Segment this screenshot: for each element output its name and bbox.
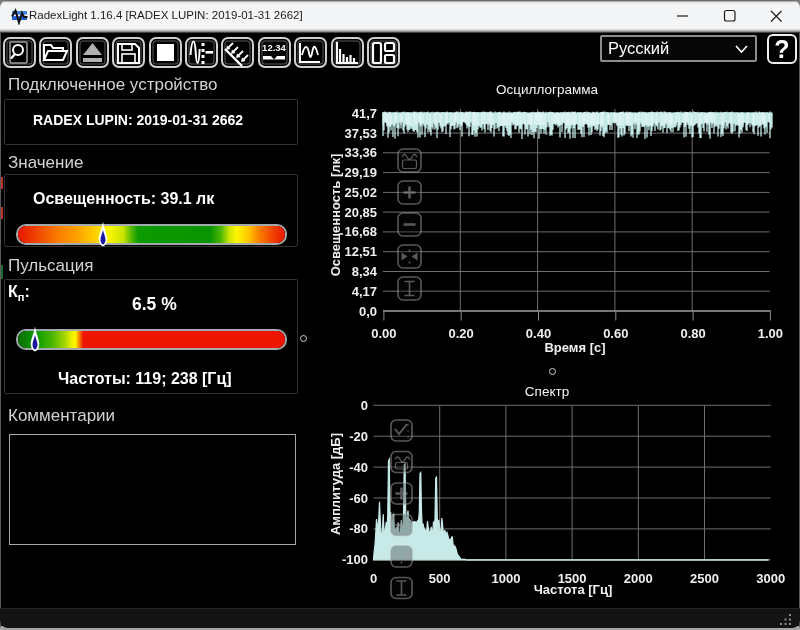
svg-text:2500: 2500 bbox=[690, 571, 719, 586]
svg-text:12.34: 12.34 bbox=[262, 42, 286, 53]
svg-text:20,85: 20,85 bbox=[344, 205, 377, 220]
svg-text:1000: 1000 bbox=[491, 571, 520, 586]
svg-text:37,53: 37,53 bbox=[344, 126, 377, 141]
svg-text:Освещенность [лк]: Освещенность [лк] bbox=[328, 154, 343, 277]
svg-text:Время [с]: Время [с] bbox=[544, 340, 605, 355]
svg-text:3000: 3000 bbox=[756, 571, 785, 586]
svg-text:16,68: 16,68 bbox=[344, 224, 377, 239]
svg-text:0.40: 0.40 bbox=[526, 326, 551, 341]
svg-text:29,19: 29,19 bbox=[344, 165, 377, 180]
svg-text:0,0: 0,0 bbox=[359, 304, 377, 319]
svg-text:1.00: 1.00 bbox=[758, 326, 783, 341]
svg-text:33,36: 33,36 bbox=[344, 145, 377, 160]
svg-text:-80: -80 bbox=[349, 521, 368, 536]
svg-text:Амплитуда [дБ]: Амплитуда [дБ] bbox=[328, 433, 343, 535]
svg-text:2000: 2000 bbox=[624, 571, 653, 586]
svg-text:500: 500 bbox=[429, 571, 451, 586]
svg-text:0.20: 0.20 bbox=[449, 326, 474, 341]
svg-text:-100: -100 bbox=[342, 552, 368, 567]
svg-text:12,51: 12,51 bbox=[344, 244, 377, 259]
svg-text:25,02: 25,02 bbox=[344, 185, 377, 200]
svg-text:4,17: 4,17 bbox=[352, 284, 377, 299]
svg-text:0.60: 0.60 bbox=[603, 326, 628, 341]
svg-text:41,7: 41,7 bbox=[352, 106, 377, 121]
svg-text:0: 0 bbox=[361, 398, 368, 413]
svg-text:-20: -20 bbox=[349, 429, 368, 444]
svg-text:0.00: 0.00 bbox=[371, 326, 396, 341]
svg-text:Частота [Гц]: Частота [Гц] bbox=[534, 582, 613, 597]
svg-text:Спектр: Спектр bbox=[525, 384, 569, 399]
svg-text:-40: -40 bbox=[349, 460, 368, 475]
svg-text:0.80: 0.80 bbox=[680, 326, 705, 341]
svg-text:Осциллограмма: Осциллограмма bbox=[496, 82, 598, 97]
svg-text:0: 0 bbox=[370, 571, 377, 586]
svg-text:-60: -60 bbox=[349, 491, 368, 506]
svg-text:8,34: 8,34 bbox=[352, 264, 378, 279]
